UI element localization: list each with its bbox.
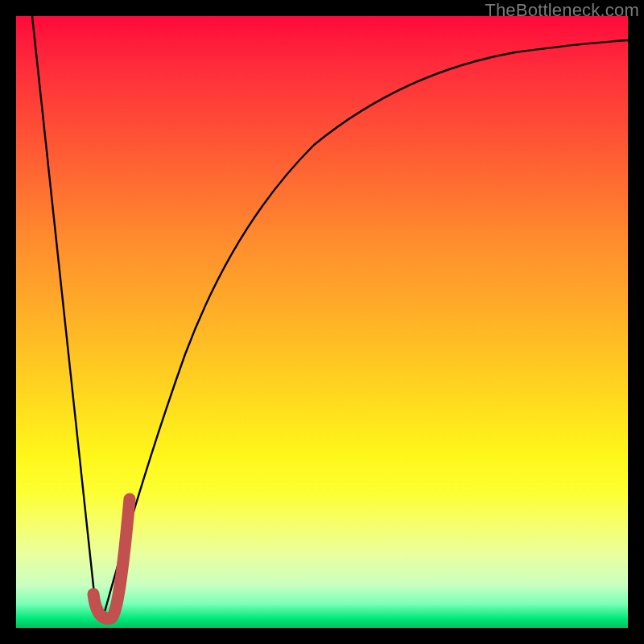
chart-frame: TheBottleneck.com [0, 0, 644, 644]
chart-curve-layer [16, 16, 628, 628]
marker-j [93, 499, 130, 618]
watermark-text: TheBottleneck.com [485, 0, 639, 21]
chart-plot-area [16, 16, 628, 628]
